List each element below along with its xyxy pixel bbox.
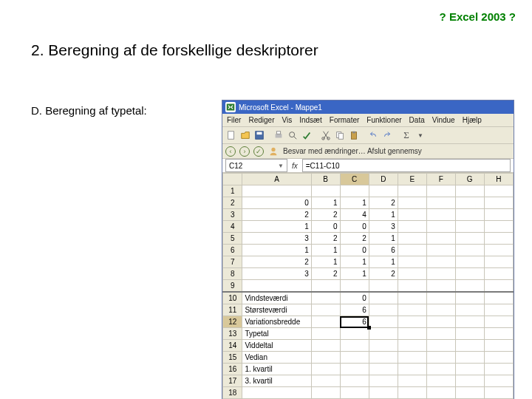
cell[interactable]: 1 [369, 256, 398, 268]
cell[interactable] [398, 280, 426, 293]
cell[interactable] [455, 304, 484, 316]
cell[interactable] [369, 304, 398, 316]
cell[interactable] [455, 387, 484, 399]
cell[interactable]: 3 [242, 268, 311, 280]
cell[interactable] [340, 340, 369, 352]
cell[interactable] [426, 364, 455, 375]
cell[interactable] [398, 375, 426, 387]
cell[interactable] [426, 268, 455, 280]
cell[interactable] [369, 328, 398, 340]
cell[interactable] [426, 352, 455, 364]
cell[interactable] [484, 364, 513, 375]
cell[interactable] [369, 340, 398, 352]
fx-icon[interactable]: fx [292, 162, 298, 170]
open-file-icon[interactable] [239, 129, 251, 141]
cell[interactable]: 6 [340, 316, 369, 328]
cell[interactable]: 1 [242, 245, 311, 256]
cell[interactable] [369, 387, 398, 399]
cell[interactable] [484, 185, 513, 197]
cell[interactable]: 1 [311, 245, 340, 256]
row-header[interactable]: 7 [223, 256, 242, 268]
row-header[interactable]: 14 [223, 340, 242, 352]
cell[interactable] [369, 185, 398, 197]
cell[interactable] [398, 209, 426, 221]
cell[interactable] [398, 304, 426, 316]
cell[interactable] [426, 221, 455, 233]
menu-formater[interactable]: Formater [330, 116, 360, 124]
row-header[interactable]: 9 [223, 280, 242, 293]
cell[interactable] [426, 209, 455, 221]
row-header[interactable]: 5 [223, 233, 242, 245]
col-header-E[interactable]: E [398, 174, 426, 185]
menu-funktioner[interactable]: Funktioner [366, 116, 401, 124]
row-header[interactable]: 18 [223, 387, 242, 399]
cell[interactable] [484, 328, 513, 340]
cell[interactable] [484, 387, 513, 399]
cell[interactable]: 1. kvartil [242, 364, 311, 375]
cell[interactable] [369, 375, 398, 387]
cell[interactable]: 1 [242, 221, 311, 233]
col-header-D[interactable]: D [369, 174, 398, 185]
cell[interactable] [484, 280, 513, 293]
cell[interactable] [398, 233, 426, 245]
cell[interactable] [455, 245, 484, 256]
cell[interactable]: 3. kvartil [242, 375, 311, 387]
copy-icon[interactable] [334, 129, 346, 141]
cell[interactable] [484, 197, 513, 209]
print-icon[interactable] [273, 129, 284, 141]
row-header[interactable]: 13 [223, 328, 242, 340]
cell[interactable] [455, 233, 484, 245]
row-header[interactable]: 17 [223, 375, 242, 387]
cell[interactable] [398, 268, 426, 280]
cell[interactable] [311, 328, 340, 340]
cell[interactable]: 1 [369, 209, 398, 221]
formula-input[interactable]: =C11-C10 [302, 159, 511, 172]
cell[interactable] [455, 352, 484, 364]
row-header[interactable]: 10 [223, 292, 242, 304]
spellcheck-icon[interactable] [301, 129, 313, 141]
cell[interactable] [455, 340, 484, 352]
cell[interactable] [311, 304, 340, 316]
cell[interactable] [398, 352, 426, 364]
cell[interactable] [426, 280, 455, 293]
cell[interactable]: 6 [369, 245, 398, 256]
cell[interactable] [426, 197, 455, 209]
cell[interactable] [484, 268, 513, 280]
cell[interactable]: 2 [340, 233, 369, 245]
cell[interactable]: 2 [242, 256, 311, 268]
cell[interactable] [340, 185, 369, 197]
col-header-H[interactable]: H [484, 174, 513, 185]
col-header-F[interactable]: F [426, 174, 455, 185]
cell[interactable] [455, 375, 484, 387]
cell[interactable] [426, 245, 455, 256]
cell[interactable]: 2 [311, 233, 340, 245]
row-header[interactable]: 16 [223, 364, 242, 375]
cell[interactable] [340, 364, 369, 375]
row-header[interactable]: 11 [223, 304, 242, 316]
cell[interactable] [455, 316, 484, 328]
cell[interactable]: 4 [340, 209, 369, 221]
cell[interactable] [484, 375, 513, 387]
cell[interactable]: 2 [369, 197, 398, 209]
cell[interactable]: 2 [369, 268, 398, 280]
reviewer-icon[interactable] [267, 146, 279, 157]
cell[interactable] [398, 387, 426, 399]
undo-icon[interactable] [367, 129, 379, 141]
cell[interactable] [426, 340, 455, 352]
approve-icon[interactable]: ✓ [253, 146, 264, 157]
cell[interactable] [369, 280, 398, 293]
cell[interactable] [484, 304, 513, 316]
name-box[interactable]: C12▼ [225, 159, 287, 172]
cell[interactable] [398, 185, 426, 197]
cell[interactable] [311, 316, 340, 328]
cell[interactable]: 2 [311, 209, 340, 221]
cell[interactable] [311, 292, 340, 304]
cell[interactable] [398, 292, 426, 304]
menu-vis[interactable]: Vis [282, 116, 292, 124]
cell[interactable] [398, 221, 426, 233]
cell[interactable]: Typetal [242, 328, 311, 340]
cell[interactable] [426, 233, 455, 245]
cell[interactable] [484, 292, 513, 304]
cell[interactable] [311, 364, 340, 375]
cell[interactable] [340, 375, 369, 387]
